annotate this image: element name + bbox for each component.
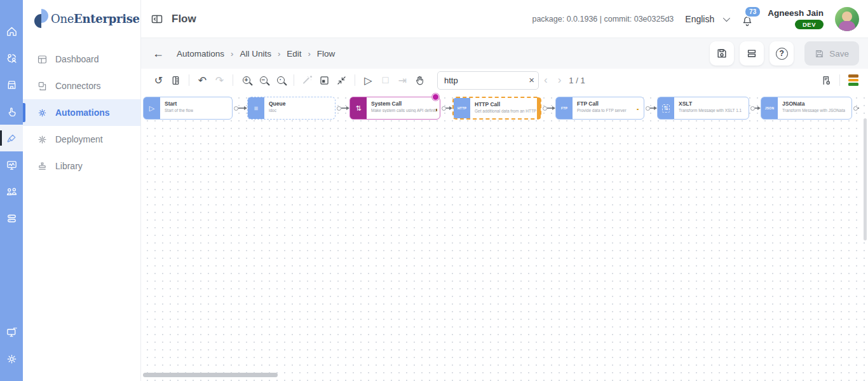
flow-canvas[interactable]: ▷ Start Start of the flow ≡ Queue idoc bbox=[141, 92, 868, 381]
node-status-dot bbox=[432, 94, 439, 100]
zoom-in-button[interactable]: + bbox=[238, 72, 255, 88]
zoom-out-icon: − bbox=[260, 76, 268, 84]
document-button[interactable] bbox=[167, 72, 184, 88]
save-button[interactable]: Save bbox=[804, 41, 859, 66]
breadcrumb: Automations › All Units › Edit › Flow bbox=[177, 49, 335, 59]
sidebar-item-connectors[interactable]: Connectors bbox=[23, 73, 140, 99]
screens-icon bbox=[6, 326, 18, 338]
connector-dot[interactable] bbox=[543, 106, 547, 111]
flow-node-jsonata[interactable]: JSON JSONata Transform Message with JSON… bbox=[761, 97, 852, 120]
toolbar-separator bbox=[355, 74, 355, 86]
library-stamp-icon bbox=[37, 161, 48, 172]
sidebar-item-label: Library bbox=[55, 161, 83, 171]
breadcrumb-item[interactable]: Automations bbox=[177, 49, 224, 59]
collapse-panel-button[interactable] bbox=[147, 10, 166, 29]
document-preview-icon bbox=[821, 75, 832, 86]
rail-item-interaction[interactable] bbox=[0, 98, 23, 125]
rail-item-home[interactable] bbox=[0, 18, 23, 45]
sidebar-item-deployment[interactable]: Deployment bbox=[23, 126, 140, 153]
flow-connector bbox=[853, 106, 859, 111]
node-subtitle: Make system calls using API definitions1 bbox=[371, 108, 436, 113]
node-title: XSLT bbox=[679, 100, 742, 107]
back-button[interactable]: ← bbox=[149, 47, 168, 60]
user-info: Agneesh Jain DEV bbox=[768, 8, 824, 29]
flow-node-http-call[interactable]: HTTP HTTP Call Get additional data from … bbox=[452, 97, 541, 120]
rail-item-servers[interactable] bbox=[0, 205, 23, 232]
step-button[interactable]: ⇥ bbox=[394, 72, 411, 88]
sidebar: OneEnterprise Dashboard Connectors Autom… bbox=[23, 0, 141, 381]
layout-rows-button[interactable] bbox=[740, 41, 764, 66]
magic-wand-button[interactable] bbox=[299, 72, 316, 88]
updown-arrows-icon: ⇅ bbox=[355, 105, 361, 112]
rail-item-marketplace[interactable] bbox=[0, 71, 23, 98]
connector-dot[interactable] bbox=[234, 106, 238, 111]
chevron-down-icon bbox=[723, 14, 730, 21]
save-as-button[interactable] bbox=[710, 41, 734, 66]
vertical-scrollbar-thumb[interactable] bbox=[864, 118, 867, 240]
panel-toggle-icon bbox=[151, 13, 163, 25]
undo-button[interactable]: ↶ bbox=[194, 72, 211, 88]
breadcrumb-item[interactable]: All Units bbox=[240, 49, 271, 59]
next-match-button[interactable]: › bbox=[553, 74, 567, 87]
avatar[interactable] bbox=[835, 7, 859, 31]
flow-node-system-call[interactable]: ⇅ System Call Make system calls using AP… bbox=[349, 97, 440, 120]
redo-button[interactable]: ↷ bbox=[211, 72, 228, 88]
connector-dot[interactable] bbox=[646, 106, 650, 111]
document-preview-button[interactable] bbox=[818, 72, 835, 88]
flow-connector bbox=[234, 106, 247, 111]
icon-rail bbox=[0, 0, 23, 381]
toolbar-separator bbox=[233, 74, 233, 86]
connector-dot[interactable] bbox=[853, 106, 858, 111]
fit-screen-button[interactable] bbox=[316, 72, 333, 88]
search-input[interactable] bbox=[437, 71, 539, 90]
close-icon: × bbox=[529, 74, 534, 85]
connector-dot[interactable] bbox=[750, 106, 755, 111]
rail-item-monitoring[interactable] bbox=[0, 151, 23, 178]
sidebar-item-dashboard[interactable]: Dashboard bbox=[23, 46, 140, 73]
rail-item-settings[interactable] bbox=[0, 345, 23, 372]
step-into-icon: ⇥ bbox=[398, 74, 407, 87]
zoom-reset-button[interactable]: · bbox=[272, 72, 289, 88]
page-title: Flow bbox=[172, 13, 196, 25]
flow-node-xslt[interactable]: ⇅ XSLT Transform Message with XSLT 1.1 bbox=[657, 97, 749, 120]
node-title: Start bbox=[165, 100, 193, 107]
flow-node-queue[interactable]: ≡ Queue idoc bbox=[247, 97, 336, 120]
sidebar-item-library[interactable]: Library bbox=[23, 153, 140, 179]
collapse-arrows-icon bbox=[336, 75, 347, 86]
flow-node-ftp-call[interactable]: FTP FTP Call Provide data to FTP server bbox=[555, 97, 644, 120]
flow-editor-workspace: ↺ ↶ ↷ + − · ▷ □ ⇥ bbox=[141, 69, 868, 381]
flow-connector bbox=[337, 106, 349, 111]
save-button-label: Save bbox=[829, 49, 849, 59]
sidebar-item-label: Dashboard bbox=[55, 54, 99, 64]
node-subtitle: Get additional data from an HTTP system bbox=[475, 109, 536, 113]
flow-connector bbox=[543, 106, 555, 111]
sidebar-item-label: Connectors bbox=[55, 81, 101, 91]
previous-match-button[interactable]: ‹ bbox=[539, 74, 553, 87]
sidebar-item-label: Automations bbox=[55, 107, 110, 118]
notifications-button[interactable]: 73 bbox=[740, 10, 756, 29]
app-header: Flow package: 0.0.1936 | commit: 03e0325… bbox=[141, 0, 868, 38]
rail-item-users[interactable] bbox=[0, 178, 23, 205]
status-layers-button[interactable] bbox=[844, 72, 862, 88]
clear-search-button[interactable]: × bbox=[529, 74, 534, 85]
zoom-out-button[interactable]: − bbox=[255, 72, 272, 88]
pan-button[interactable] bbox=[411, 72, 428, 88]
stop-button[interactable]: □ bbox=[377, 72, 394, 88]
breadcrumb-item[interactable]: Edit bbox=[287, 49, 301, 59]
connector-dot[interactable] bbox=[337, 106, 341, 111]
reset-view-button[interactable]: ↺ bbox=[150, 72, 167, 88]
monitoring-icon bbox=[6, 159, 18, 171]
sidebar-item-automations[interactable]: Automations bbox=[23, 99, 140, 126]
design-brush-icon bbox=[6, 132, 18, 144]
rail-item-screens[interactable] bbox=[0, 319, 23, 345]
rail-item-connections[interactable] bbox=[0, 45, 23, 71]
horizontal-scrollbar-thumb[interactable] bbox=[143, 373, 278, 377]
breadcrumb-item[interactable]: Flow bbox=[317, 49, 336, 59]
run-button[interactable]: ▷ bbox=[360, 72, 377, 88]
language-selector[interactable]: English bbox=[685, 14, 728, 24]
help-button[interactable]: ? bbox=[770, 41, 794, 66]
flow-node-start[interactable]: ▷ Start Start of the flow bbox=[143, 97, 233, 120]
rail-item-design[interactable] bbox=[0, 125, 23, 151]
collapse-button[interactable] bbox=[333, 72, 350, 88]
connector-dot[interactable] bbox=[442, 106, 446, 111]
